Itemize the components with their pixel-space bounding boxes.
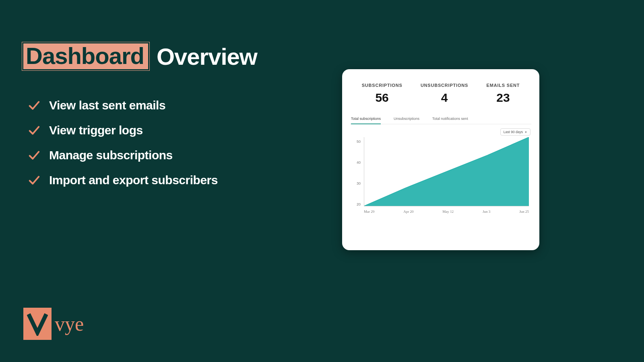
tab-unsubscriptions[interactable]: Unsubscriptions: [394, 114, 419, 124]
stat-value: 23: [487, 91, 520, 105]
stat-value: 4: [421, 91, 468, 105]
check-icon: [28, 99, 40, 111]
x-tick: Jun 3: [483, 210, 490, 214]
tab-total-subscriptions[interactable]: Total subscriptions: [351, 114, 381, 124]
dashboard-card: SUBSCRIPTIONS 56 UNSUBSCRIPTIONS 4 EMAIL…: [342, 69, 539, 250]
y-tick: 30: [357, 181, 361, 185]
check-icon: [28, 124, 40, 136]
title-rest: Overview: [157, 43, 257, 70]
x-tick: May 12: [442, 210, 454, 214]
x-tick: Apr 20: [403, 210, 413, 214]
brand-logo: vye: [23, 308, 84, 340]
check-icon: [28, 149, 40, 161]
chart-y-axis: 50403020: [350, 137, 362, 206]
stat-label: SUBSCRIPTIONS: [362, 83, 402, 88]
feature-item: View last sent emails: [28, 99, 218, 112]
feature-list: View last sent emails View trigger logs …: [28, 99, 218, 187]
date-range-dropdown[interactable]: Last 90 days ▼: [500, 128, 530, 136]
title-highlight: Dashboard: [22, 42, 149, 70]
y-tick: 40: [357, 160, 361, 165]
chart-tabs: Total subscriptions Unsubscriptions Tota…: [350, 114, 531, 124]
stat-label: EMAILS SENT: [487, 83, 520, 88]
stat-value: 56: [362, 91, 402, 105]
stat-unsubscriptions: UNSUBSCRIPTIONS 4: [421, 83, 468, 105]
chevron-down-icon: ▼: [524, 131, 527, 134]
logo-text: vye: [55, 312, 84, 335]
range-label: Last 90 days: [504, 130, 523, 134]
range-row: Last 90 days ▼: [350, 128, 530, 136]
stat-emails-sent: EMAILS SENT 23: [487, 83, 520, 105]
stats-row: SUBSCRIPTIONS 56 UNSUBSCRIPTIONS 4 EMAIL…: [353, 83, 529, 105]
y-tick: 20: [357, 202, 361, 206]
feature-item: Manage subscriptions: [28, 148, 218, 162]
feature-label: Manage subscriptions: [49, 148, 173, 162]
feature-label: View last sent emails: [49, 99, 165, 112]
tab-total-notifications-sent[interactable]: Total notifications sent: [432, 114, 468, 124]
feature-label: View trigger logs: [49, 123, 143, 137]
feature-item: Import and export subscribers: [28, 173, 218, 187]
chart-x-axis: Mar 29Apr 20May 12Jun 3Jun 25: [364, 210, 529, 214]
page-title: Dashboard Overview: [22, 42, 257, 70]
stat-label: UNSUBSCRIPTIONS: [421, 83, 468, 88]
logo-badge-icon: [23, 308, 52, 340]
chart-plot-area: [364, 137, 529, 206]
check-icon: [28, 174, 40, 186]
y-tick: 50: [357, 140, 361, 144]
x-tick: Jun 25: [519, 210, 529, 214]
feature-item: View trigger logs: [28, 123, 218, 137]
x-tick: Mar 29: [364, 210, 374, 214]
stat-subscriptions: SUBSCRIPTIONS 56: [362, 83, 402, 105]
chart: 50403020 Mar 29Apr 20May 12Jun 3Jun 25: [350, 137, 531, 218]
slide: Dashboard Overview View last sent emails…: [0, 0, 644, 362]
feature-label: Import and export subscribers: [49, 173, 218, 187]
